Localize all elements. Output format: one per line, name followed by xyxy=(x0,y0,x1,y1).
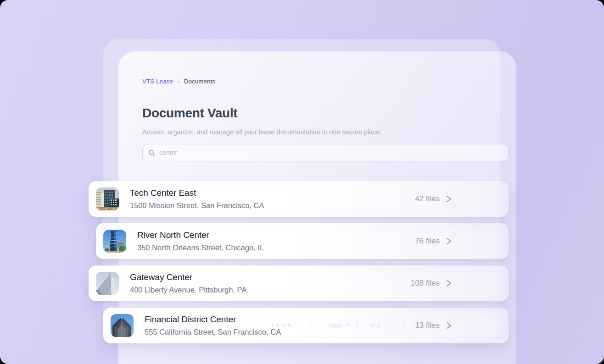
building-address: 1500 Mission Street, San Francisco, CA xyxy=(130,201,264,210)
pagination-bar: 1-6 of 6 ‹ Page ▾ of 1 › xyxy=(271,321,408,329)
pagination-page-dropdown[interactable]: Page ▾ xyxy=(327,321,350,328)
pagination-divider xyxy=(393,321,393,329)
file-count: 76 files xyxy=(415,237,440,246)
breadcrumb-vts-lease[interactable]: VTS Lease xyxy=(142,78,173,85)
building-name: Financial District Center xyxy=(145,314,281,325)
search-icon xyxy=(148,149,155,156)
chevron-right-icon[interactable] xyxy=(446,195,452,203)
building-address: 400 Liberty Avenue, Pittsburgh, PA xyxy=(130,286,246,294)
pagination-page-label: Page xyxy=(329,321,342,328)
building-name: River North Center xyxy=(137,230,264,240)
building-address: 555 California Street, San Francisco, CA xyxy=(145,328,281,336)
breadcrumb: VTS Lease › Documents xyxy=(142,78,215,85)
breadcrumb-documents: Documents xyxy=(184,78,215,85)
chevron-right-icon[interactable] xyxy=(446,237,452,245)
pagination-divider xyxy=(357,321,358,329)
pagination-next-icon[interactable]: › xyxy=(400,321,408,329)
page-subtitle: Access, organize, and manage all your le… xyxy=(142,128,382,136)
building-thumbnail-photo xyxy=(111,314,134,337)
pagination-prev-icon[interactable]: ‹ xyxy=(306,321,313,329)
chevron-down-icon: ▾ xyxy=(346,322,348,327)
chevron-right-icon[interactable] xyxy=(446,280,452,287)
building-thumbnail-photo xyxy=(96,272,119,295)
file-count: 42 files xyxy=(415,194,440,204)
pagination-range: 1-6 of 6 xyxy=(271,321,291,328)
building-row-gateway-center[interactable]: Gateway Center 400 Liberty Avenue, Pitts… xyxy=(89,265,509,301)
file-count: 13 files xyxy=(415,321,440,330)
building-name: Tech Center East xyxy=(130,188,264,198)
breadcrumb-separator-icon: › xyxy=(178,78,179,85)
building-thumbnail-photo xyxy=(96,188,119,210)
pagination-of-label: of 1 xyxy=(364,321,387,328)
chevron-right-icon[interactable] xyxy=(446,322,452,329)
search-bar[interactable] xyxy=(142,144,509,161)
page-title: Document Vault xyxy=(142,106,237,121)
building-row-river-north-center[interactable]: River North Center 350 North Orleans Str… xyxy=(96,223,509,259)
search-input[interactable] xyxy=(159,149,503,156)
building-name: Gateway Center xyxy=(130,272,246,282)
pagination-divider xyxy=(320,321,320,329)
building-row-tech-center-east[interactable]: Tech Center East 1500 Mission Street, Sa… xyxy=(89,181,509,217)
app-window: VTS Lease › Documents Document Vault Acc… xyxy=(0,0,604,364)
building-thumbnail-photo xyxy=(103,230,126,253)
building-address: 350 North Orleans Street, Chicago, IL xyxy=(137,243,264,252)
file-count: 108 files xyxy=(411,279,440,288)
